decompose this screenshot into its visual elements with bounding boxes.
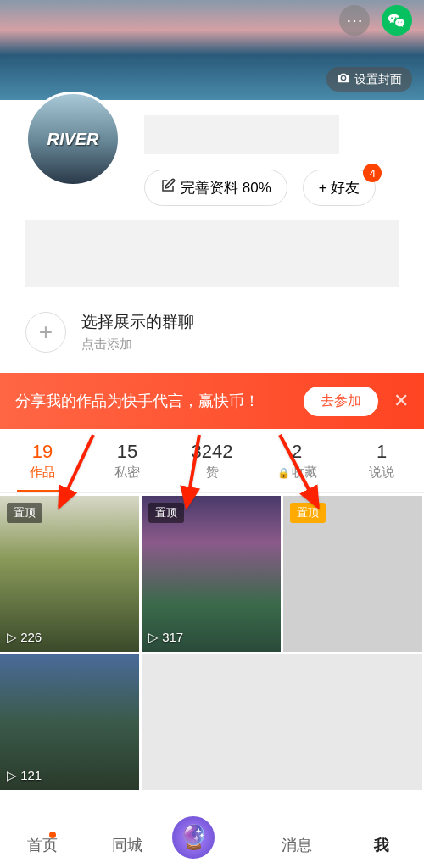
tab-posts[interactable]: 1 说说 bbox=[339, 429, 424, 492]
play-count: ▷ 317 bbox=[148, 630, 183, 645]
pin-badge: 置顶 bbox=[290, 503, 326, 523]
banner-join-button[interactable]: 去参加 bbox=[304, 387, 378, 416]
video-thumbnail[interactable]: 置顶 ▷ 226 bbox=[0, 496, 139, 652]
play-count: ▷ 226 bbox=[7, 630, 42, 645]
avatar-text: RIVER bbox=[47, 130, 98, 149]
tab-count: 15 bbox=[117, 441, 137, 463]
video-thumbnail[interactable]: ▷ 121 bbox=[0, 654, 139, 790]
pin-badge: 置顶 bbox=[7, 503, 42, 523]
tab-likes[interactable]: 3242 赞 bbox=[170, 429, 254, 492]
lock-icon: 🔒 bbox=[277, 467, 290, 479]
banner-text: 分享我的作品为快手代言，赢快币！ bbox=[15, 391, 304, 411]
tab-favorites[interactable]: 2 🔒收藏 bbox=[254, 429, 339, 492]
video-grid: 置顶 ▷ 226 置顶 ▷ 317 置顶 bbox=[0, 496, 424, 652]
tab-count: 2 bbox=[292, 441, 302, 463]
more-button[interactable]: ⋯ bbox=[339, 5, 370, 36]
video-thumbnail[interactable]: 置顶 ▷ 317 bbox=[142, 496, 281, 652]
nav-home[interactable]: 首页 bbox=[0, 835, 85, 855]
tab-label: 赞 bbox=[206, 465, 219, 481]
avatar[interactable]: RIVER bbox=[25, 92, 120, 186]
tab-count: 3242 bbox=[192, 441, 233, 463]
magic-icon: 🔮 bbox=[170, 814, 217, 861]
set-cover-button[interactable]: 设置封面 bbox=[326, 67, 412, 92]
info-placeholder bbox=[25, 220, 399, 287]
edit-icon bbox=[160, 178, 176, 198]
play-count: ▷ 121 bbox=[7, 768, 42, 783]
pin-badge: 置顶 bbox=[148, 503, 184, 523]
complete-profile-button[interactable]: 完善资料 80% bbox=[144, 170, 287, 206]
group-subtitle: 点击添加 bbox=[81, 337, 194, 353]
video-thumbnail[interactable]: 置顶 bbox=[283, 496, 422, 652]
camera-icon bbox=[337, 71, 350, 87]
tab-private[interactable]: 15 私密 bbox=[85, 429, 170, 492]
bottom-nav: 首页 同城 🔮 消息 我 bbox=[0, 821, 424, 868]
add-friend-label: + 好友 bbox=[319, 178, 360, 198]
group-title: 选择展示的群聊 bbox=[81, 311, 194, 333]
tab-label: 私密 bbox=[114, 465, 140, 481]
username-placeholder bbox=[144, 115, 339, 154]
cover-image: ⋯ 设置封面 bbox=[0, 0, 424, 100]
nav-messages[interactable]: 消息 bbox=[254, 835, 339, 855]
promo-banner[interactable]: 分享我的作品为快手代言，赢快币！ 去参加 ✕ bbox=[0, 373, 424, 429]
notification-dot bbox=[49, 832, 56, 838]
plus-icon: + bbox=[25, 312, 66, 353]
friend-badge: 4 bbox=[363, 164, 382, 182]
tab-works[interactable]: 19 作品 bbox=[0, 429, 85, 492]
nav-center[interactable]: 🔮 bbox=[170, 829, 254, 861]
add-friend-button[interactable]: + 好友 4 bbox=[303, 170, 377, 206]
tab-count: 1 bbox=[377, 441, 387, 463]
tab-count: 19 bbox=[32, 441, 53, 463]
video-thumbnail[interactable] bbox=[142, 654, 422, 790]
tab-label: 🔒收藏 bbox=[277, 465, 317, 481]
content-tabs: 19 作品 15 私密 3242 赞 2 🔒收藏 1 说说 bbox=[0, 429, 424, 493]
banner-close-icon[interactable]: ✕ bbox=[393, 390, 409, 412]
nav-me[interactable]: 我 bbox=[339, 835, 424, 855]
tab-label: 说说 bbox=[369, 465, 394, 481]
wechat-button[interactable] bbox=[382, 5, 412, 36]
complete-profile-label: 完善资料 80% bbox=[181, 178, 271, 198]
tab-label: 作品 bbox=[30, 465, 55, 481]
add-group-row[interactable]: + 选择展示的群聊 点击添加 bbox=[25, 311, 399, 353]
set-cover-label: 设置封面 bbox=[354, 72, 402, 87]
nav-label: 首页 bbox=[27, 837, 58, 854]
nav-local[interactable]: 同城 bbox=[85, 835, 170, 855]
